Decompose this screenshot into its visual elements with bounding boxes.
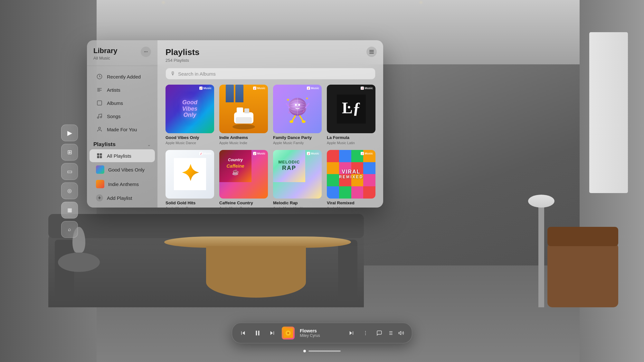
dock-item-screen[interactable]: ▭ [61, 163, 78, 180]
svg-marker-58 [350, 331, 352, 335]
la-formula-provider: Apple Music Latin [327, 141, 375, 145]
sidebar-item-artists[interactable]: Artists [90, 83, 155, 96]
queue-button[interactable] [386, 329, 394, 337]
sidebar-item-albums[interactable]: Albums [90, 97, 155, 109]
now-playing-track-info: Flowers Miley Cyrus [300, 328, 342, 338]
svg-rect-5 [97, 101, 102, 106]
apple-music-logo-icon-7 [307, 152, 310, 155]
good-vibes-only-name: Good Vibes Only [166, 135, 214, 141]
solid-gold-hits-artwork: ✦ Music [166, 150, 214, 199]
remixed-text: REMIXED [339, 175, 364, 179]
svg-line-30 [292, 116, 295, 121]
side-dock: ▶ ⊞ ▭ ◎ ▦ ⌕ [61, 125, 78, 238]
sidebar-more-button[interactable]: ··· [141, 47, 151, 57]
lamp-shade [528, 195, 554, 208]
sidebar-item-all-playlists[interactable]: All Playlists [90, 149, 155, 162]
la-formula-artwork-bg: Ŀƒ [327, 85, 375, 133]
family-dance-badge: Music [307, 87, 319, 90]
progress-dot-1 [303, 350, 306, 352]
dock-item-search[interactable]: ⌕ [61, 221, 78, 238]
coffee-table-base [206, 246, 306, 298]
apple-music-text-8: Music [365, 152, 373, 155]
dock-item-calendar[interactable]: ▦ [61, 202, 78, 218]
svg-point-33 [302, 120, 306, 123]
sidebar-item-good-vibes[interactable]: Good Vibes Only [90, 162, 155, 177]
playlist-card-indie-anthems[interactable]: Music Indie Anthems Apple Music Indie [219, 85, 268, 145]
sidebar-item-indie-anthems[interactable]: Indie Anthems [90, 177, 155, 191]
apple-music-logo-icon-4 [361, 87, 364, 90]
apple-music-text-6: Music [257, 152, 265, 155]
lyrics-button[interactable] [375, 329, 384, 337]
pause-button[interactable] [253, 328, 262, 338]
svg-point-6 [97, 117, 99, 119]
la-formula-artwork: Ŀƒ Music [327, 85, 375, 133]
apple-music-logo-icon-3 [307, 87, 310, 90]
more-options-button[interactable] [361, 329, 370, 337]
caffeine-country-provider: Apple Music Country [219, 206, 268, 208]
sidebar-item-made-for-you[interactable]: Made For You [90, 123, 155, 136]
svg-point-7 [100, 116, 102, 118]
sofa-back [48, 214, 364, 238]
rewind-button[interactable] [239, 329, 248, 337]
playlists-chevron-icon[interactable]: ⌄ [147, 142, 151, 147]
svg-rect-12 [100, 156, 102, 158]
good-vibes-badge: Music [199, 87, 212, 90]
playlist-card-la-formula[interactable]: Ŀƒ Music La Formula Apple Music Latin [327, 85, 375, 145]
playlist-card-good-vibes-only[interactable]: GoodVibesOnly Music Good Vibes Only Appl… [166, 85, 214, 145]
add-playlist-label: Add Playlist [107, 195, 132, 201]
main-menu-button[interactable] [366, 47, 377, 57]
indie-anthems-thumb [96, 180, 104, 188]
volume-button[interactable] [397, 329, 405, 337]
svg-marker-69 [399, 331, 401, 335]
svg-text:Ŀƒ: Ŀƒ [342, 99, 360, 117]
playlist-card-melodic-rap[interactable]: MELODIC RAP Music Melodic Rap Apple Musi… [273, 150, 322, 208]
apple-music-logo-icon-6 [253, 152, 256, 155]
svg-rect-9 [97, 153, 99, 156]
apple-music-logo-icon [199, 87, 203, 90]
now-playing-album-thumb [282, 327, 295, 339]
la-formula-name: La Formula [327, 135, 375, 141]
melodic-rap-badge: Music [307, 152, 319, 155]
caffeine-country-badge: Music [253, 152, 265, 155]
all-playlists-grid-icon [96, 152, 103, 159]
solid-gold-badge: Music [199, 152, 212, 155]
sidebar-item-add-playlist[interactable]: + Add Playlist [90, 191, 155, 204]
dock-item-radio[interactable]: ◎ [61, 182, 78, 199]
playlist-card-solid-gold-hits[interactable]: ✦ Music Solid Gold Hits Apple Music Pop [166, 150, 214, 208]
family-dance-artwork-bg: ★ ★ ♪ ♫ [273, 85, 322, 133]
sidebar-item-recently-added[interactable]: Recently Added [90, 70, 155, 83]
sidebar-item-songs[interactable]: Songs [90, 110, 155, 123]
fast-forward-button[interactable] [268, 329, 277, 337]
svg-text:★: ★ [306, 97, 308, 100]
indie-anthems-badge: Music [253, 87, 265, 90]
family-dance-party-artwork: ★ ★ ♪ ♫ [273, 85, 322, 133]
svg-text:✦: ✦ [180, 161, 199, 186]
good-vibes-only-provider: Apple Music Dance [166, 141, 214, 145]
melodic-rap-artwork-bg: MELODIC RAP [273, 150, 322, 199]
made-for-you-label: Made For You [107, 127, 137, 132]
dock-item-grid[interactable]: ⊞ [61, 144, 78, 161]
caffeine-country-artwork: Country Caffeine ☕ Music [219, 150, 268, 199]
svg-line-31 [300, 116, 303, 121]
svg-point-57 [287, 332, 289, 334]
spotlight-1 [161, 0, 166, 5]
svg-rect-11 [97, 156, 99, 158]
svg-marker-53 [270, 331, 273, 335]
solid-gold-hits-provider: Apple Music Pop [166, 206, 214, 208]
playlist-card-caffeine-country[interactable]: Country Caffeine ☕ Music Caffeine Countr… [219, 150, 268, 208]
recently-added-label: Recently Added [107, 74, 141, 79]
playlist-card-family-dance-party[interactable]: ★ ★ ♪ ♫ [273, 85, 322, 145]
playlist-card-viral-remixed[interactable]: VIRAL REMIXED Music Viral Remixed Apple … [327, 150, 375, 208]
chair-right [547, 243, 618, 307]
albums-icon [96, 99, 103, 107]
skip-next-button[interactable] [347, 329, 356, 337]
svg-text:Country: Country [228, 158, 243, 162]
svg-point-32 [289, 120, 293, 123]
svg-text:★: ★ [286, 97, 290, 102]
apple-music-text-4: Music [365, 87, 373, 90]
dock-item-play[interactable]: ▶ [61, 125, 78, 141]
search-bar[interactable]: 🎙 Search in Albums [166, 68, 375, 79]
svg-rect-51 [256, 331, 257, 336]
good-vibes-only-artwork: GoodVibesOnly Music [166, 85, 214, 133]
apple-music-text-7: Music [311, 152, 319, 155]
